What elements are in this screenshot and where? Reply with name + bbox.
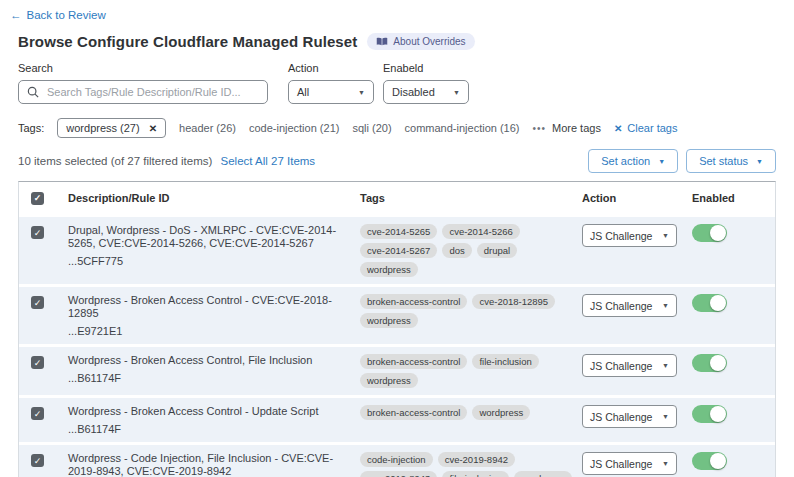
- tag-pill: cve-2019-8943: [360, 471, 437, 477]
- tag-pill: cve-2014-5266: [442, 224, 519, 239]
- filters-bar: Search Action All ▼ Enabeld Disabled ▼: [18, 62, 776, 104]
- caret-down-icon: ▼: [662, 232, 669, 239]
- checkmark-icon: ✓: [34, 456, 42, 466]
- clear-tags-button[interactable]: ✕ Clear tags: [614, 122, 678, 134]
- enabled-toggle[interactable]: [692, 354, 727, 372]
- row-action-select[interactable]: JS Challenge ▼: [582, 452, 677, 475]
- tags-bar: Tags: wordpress (27) ✕ header (26) code-…: [18, 118, 776, 138]
- toggle-knob: [710, 295, 726, 311]
- tag-pill: file-inclusion: [472, 354, 538, 369]
- row-action-select[interactable]: JS Challenge ▼: [582, 224, 677, 247]
- set-action-button[interactable]: Set action ▼: [588, 149, 678, 173]
- rule-id: ...B61174F: [68, 372, 344, 384]
- caret-down-icon: ▼: [358, 89, 365, 96]
- table-row: ✓ Wordpress - Broken Access Control - CV…: [19, 287, 775, 344]
- tag-list: code-injectioncve-2019-8942cve-2019-8943…: [360, 452, 582, 477]
- enabled-filter-label: Enabeld: [383, 62, 469, 74]
- row-action-select[interactable]: JS Challenge ▼: [582, 405, 677, 428]
- row-checkbox[interactable]: ✓: [31, 407, 44, 420]
- close-icon: ✕: [614, 123, 622, 134]
- toggle-knob: [710, 453, 726, 469]
- ellipsis-icon: •••: [532, 123, 546, 134]
- page-title: Browse Configure Cloudflare Managed Rule…: [18, 33, 357, 50]
- row-action-select[interactable]: JS Challenge ▼: [582, 294, 677, 317]
- more-tags-button[interactable]: ••• More tags: [532, 122, 600, 134]
- tag-option-command-injection[interactable]: command-injection (16): [405, 122, 520, 134]
- tag-pill: dos: [442, 243, 471, 258]
- selection-summary: 10 items selected (of 27 filtered items): [18, 155, 212, 167]
- tag-pill: broken-access-control: [360, 354, 467, 369]
- tag-pill: wordpress: [360, 313, 418, 328]
- tag-pill: cve-2014-5265: [360, 224, 437, 239]
- checkmark-icon: ✓: [34, 193, 42, 203]
- back-row: ← Back to Review: [0, 0, 794, 21]
- rule-description: Drupal, Wordpress - DoS - XMLRPC - CVE:C…: [68, 224, 344, 250]
- row-action-select[interactable]: JS Challenge ▼: [582, 354, 677, 377]
- tag-list: broken-access-controlwordpress: [360, 405, 582, 420]
- clear-tags-label: Clear tags: [627, 122, 677, 134]
- rule-description: Wordpress - Code Injection, File Inclusi…: [68, 452, 344, 477]
- tag-option-sqli[interactable]: sqli (20): [352, 122, 391, 134]
- tag-pill: cve-2014-5267: [360, 243, 437, 258]
- toggle-knob: [710, 225, 726, 241]
- enabled-filter-select[interactable]: Disabled ▼: [383, 80, 469, 104]
- tag-list: broken-access-controlfile-inclusionwordp…: [360, 354, 582, 388]
- action-filter-select[interactable]: All ▼: [288, 80, 374, 104]
- enabled-toggle[interactable]: [692, 294, 727, 312]
- action-filter-value: All: [297, 86, 309, 98]
- book-icon: [376, 37, 388, 46]
- tag-list: cve-2014-5265cve-2014-5266cve-2014-5267d…: [360, 224, 582, 277]
- caret-down-icon: ▼: [453, 89, 460, 96]
- row-action-value: JS Challenge: [590, 411, 652, 423]
- tags-label: Tags:: [18, 122, 44, 134]
- table-body: ✓ Drupal, Wordpress - DoS - XMLRPC - CVE…: [19, 217, 775, 477]
- enabled-toggle[interactable]: [692, 405, 727, 423]
- remove-tag-icon[interactable]: ✕: [149, 123, 157, 134]
- caret-down-icon: ▼: [662, 302, 669, 309]
- selected-tag-label: wordpress (27): [66, 122, 139, 134]
- tag-pill: file-inclusion: [442, 471, 508, 477]
- back-link[interactable]: ← Back to Review: [10, 9, 106, 21]
- tag-pill: wordpress: [360, 373, 418, 388]
- column-header-description: Description/Rule ID: [68, 192, 360, 204]
- row-checkbox[interactable]: ✓: [31, 226, 44, 239]
- toggle-knob: [710, 406, 726, 422]
- table-row: ✓ Drupal, Wordpress - DoS - XMLRPC - CVE…: [19, 217, 775, 284]
- select-all-checkbox[interactable]: ✓: [31, 192, 44, 205]
- tag-pill: cve-2019-8942: [438, 452, 515, 467]
- search-input[interactable]: [45, 85, 259, 99]
- row-checkbox[interactable]: ✓: [31, 296, 44, 309]
- set-status-label: Set status: [699, 155, 748, 167]
- tag-option-code-injection[interactable]: code-injection (21): [249, 122, 340, 134]
- caret-down-icon: ▼: [658, 158, 665, 165]
- tag-pill: wordpress: [360, 262, 418, 277]
- row-checkbox[interactable]: ✓: [31, 454, 44, 467]
- tag-pill: code-injection: [360, 452, 433, 467]
- row-checkbox[interactable]: ✓: [31, 356, 44, 369]
- caret-down-icon: ▼: [662, 362, 669, 369]
- tag-option-header[interactable]: header (26): [179, 122, 236, 134]
- set-action-label: Set action: [601, 155, 650, 167]
- select-all-link[interactable]: Select All 27 Items: [221, 155, 316, 167]
- column-header-tags: Tags: [360, 192, 582, 204]
- row-action-value: JS Challenge: [590, 458, 652, 470]
- rules-table: ✓ Description/Rule ID Tags Action Enable…: [18, 181, 776, 477]
- tag-pill: broken-access-control: [360, 294, 467, 309]
- table-row: ✓ Wordpress - Broken Access Control, Fil…: [19, 347, 775, 395]
- rule-description: Wordpress - Broken Access Control - Upda…: [68, 405, 344, 418]
- about-overrides-badge[interactable]: About Overrides: [367, 33, 474, 50]
- checkmark-icon: ✓: [34, 358, 42, 368]
- rule-id: ...E9721E1: [68, 325, 344, 337]
- enabled-toggle[interactable]: [692, 224, 727, 242]
- selected-tag-chip[interactable]: wordpress (27) ✕: [57, 118, 166, 138]
- search-icon: [27, 86, 39, 98]
- column-header-action: Action: [582, 192, 692, 204]
- more-tags-label: More tags: [552, 122, 601, 134]
- rule-id: ...B61174F: [68, 423, 344, 435]
- caret-down-icon: ▼: [756, 158, 763, 165]
- set-status-button[interactable]: Set status ▼: [686, 149, 776, 173]
- rule-id: ...5CFF775: [68, 255, 344, 267]
- enabled-toggle[interactable]: [692, 452, 727, 470]
- tag-pill: wordpress: [514, 471, 572, 477]
- rule-description: Wordpress - Broken Access Control, File …: [68, 354, 344, 367]
